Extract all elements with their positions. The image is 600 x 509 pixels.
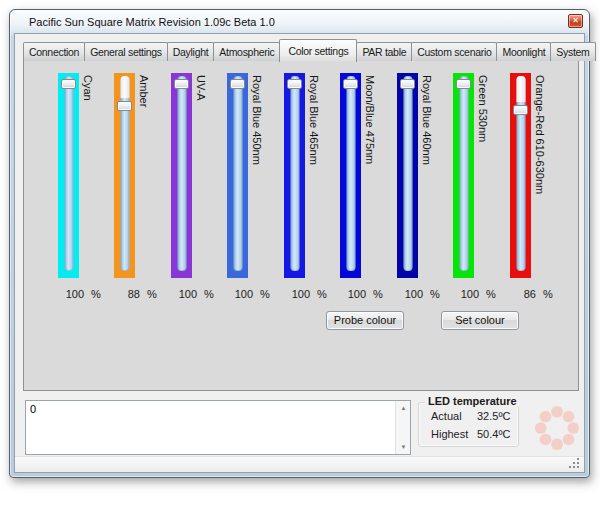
slider-value: 100 bbox=[457, 288, 479, 300]
slider-track[interactable] bbox=[120, 76, 129, 271]
tab-atmospheric[interactable]: Atmospheric bbox=[213, 42, 280, 61]
slider-percent: 88% bbox=[118, 288, 157, 300]
slider-bar bbox=[284, 73, 305, 278]
slider-empty bbox=[120, 76, 129, 98]
slider-label: Cyan bbox=[82, 75, 94, 101]
slider-label: Moon/Blue 475nm bbox=[364, 75, 376, 164]
actual-temperature-row: Actual 32.5ºC bbox=[431, 410, 462, 422]
slider-bar bbox=[510, 73, 531, 278]
slider-bar bbox=[171, 73, 192, 278]
slider-empty bbox=[516, 76, 525, 102]
led-temperature-title: LED temperature bbox=[425, 395, 520, 407]
probe-colour-button[interactable]: Probe colour bbox=[326, 311, 404, 330]
slider-unit: % bbox=[147, 288, 157, 300]
slider-label: Orange-Red 610-630nm bbox=[534, 75, 546, 194]
slider-percent: 100% bbox=[457, 288, 496, 300]
status-strip bbox=[15, 456, 584, 472]
tab-par-table[interactable]: PAR table bbox=[356, 42, 412, 61]
slider-unit: % bbox=[91, 288, 101, 300]
slider-thumb[interactable] bbox=[513, 105, 528, 115]
slider-track[interactable] bbox=[516, 76, 525, 271]
slider-thumb[interactable] bbox=[61, 79, 76, 89]
close-icon: ✕ bbox=[572, 16, 579, 25]
log-scrollbar[interactable]: ▲ ▼ bbox=[395, 401, 410, 454]
app-window: Pacific Sun Square Matrix Revision 1.09c… bbox=[9, 9, 590, 478]
tab-connection[interactable]: Connection bbox=[23, 42, 85, 61]
slider-value: 100 bbox=[288, 288, 310, 300]
actual-value: 32.5ºC bbox=[477, 410, 510, 422]
log-textbox[interactable]: 0 ▲ ▼ bbox=[25, 400, 411, 455]
slider-value: 100 bbox=[344, 288, 366, 300]
slider-label: Green 530nm bbox=[477, 75, 489, 142]
tab-daylight[interactable]: Daylight bbox=[167, 42, 215, 61]
tab-moonlight[interactable]: Moonlight bbox=[496, 42, 551, 61]
slider-track[interactable] bbox=[177, 76, 186, 271]
slider-track[interactable] bbox=[64, 76, 73, 271]
color-slider: Cyan 100% bbox=[58, 73, 79, 278]
slider-bar bbox=[397, 73, 418, 278]
slider-bar bbox=[227, 73, 248, 278]
slider-bar bbox=[340, 73, 361, 278]
resize-grip[interactable] bbox=[577, 466, 579, 468]
slider-value: 100 bbox=[231, 288, 253, 300]
color-slider: Amber 88% bbox=[114, 73, 135, 278]
highest-label: Highest bbox=[431, 428, 468, 440]
color-slider: Orange-Red 610-630nm 86% bbox=[510, 73, 531, 278]
slider-thumb[interactable] bbox=[456, 79, 471, 89]
color-slider: Royal Blue 460nm 100% bbox=[397, 73, 418, 278]
close-button[interactable]: ✕ bbox=[568, 14, 583, 28]
slider-unit: % bbox=[543, 288, 553, 300]
slider-unit: % bbox=[373, 288, 383, 300]
window-title: Pacific Sun Square Matrix Revision 1.09c… bbox=[29, 16, 275, 28]
slider-bar bbox=[114, 73, 135, 278]
title-bar[interactable]: Pacific Sun Square Matrix Revision 1.09c… bbox=[11, 11, 588, 33]
tab-system[interactable]: System bbox=[550, 42, 595, 61]
slider-track[interactable] bbox=[290, 76, 299, 271]
slider-thumb[interactable] bbox=[174, 79, 189, 89]
slider-thumb[interactable] bbox=[117, 101, 132, 111]
slider-value: 86 bbox=[514, 288, 536, 300]
slider-label: UV-A bbox=[195, 75, 207, 101]
slider-value: 100 bbox=[62, 288, 84, 300]
slider-thumb[interactable] bbox=[400, 79, 415, 89]
color-slider: Royal Blue 450nm 100% bbox=[227, 73, 248, 278]
slider-label: Royal Blue 460nm bbox=[421, 75, 433, 165]
color-slider: Green 530nm 100% bbox=[453, 73, 474, 278]
slider-value: 100 bbox=[401, 288, 423, 300]
slider-label: Amber bbox=[138, 75, 150, 107]
color-slider: UV-A 100% bbox=[171, 73, 192, 278]
scroll-down-icon[interactable]: ▼ bbox=[396, 441, 411, 453]
tab-strip: Connection General settings Daylight Atm… bbox=[23, 39, 595, 61]
tab-custom-scenario[interactable]: Custom scenario bbox=[411, 42, 497, 61]
log-text: 0 bbox=[30, 403, 36, 415]
slider-track[interactable] bbox=[346, 76, 355, 271]
slider-track[interactable] bbox=[459, 76, 468, 271]
slider-unit: % bbox=[260, 288, 270, 300]
color-slider: Royal Blue 465nm 100% bbox=[284, 73, 305, 278]
tab-general-settings[interactable]: General settings bbox=[84, 42, 168, 61]
scroll-up-icon[interactable]: ▲ bbox=[396, 402, 411, 414]
slider-value: 100 bbox=[175, 288, 197, 300]
slider-percent: 100% bbox=[175, 288, 214, 300]
slider-unit: % bbox=[317, 288, 327, 300]
slider-percent: 100% bbox=[401, 288, 440, 300]
spinner-logo-icon bbox=[531, 402, 583, 454]
slider-thumb[interactable] bbox=[343, 79, 358, 89]
actual-label: Actual bbox=[431, 410, 462, 422]
slider-percent: 100% bbox=[62, 288, 101, 300]
slider-percent: 100% bbox=[231, 288, 270, 300]
tab-color-settings[interactable]: Color settings bbox=[279, 39, 357, 62]
color-slider: Moon/Blue 475nm 100% bbox=[340, 73, 361, 278]
slider-thumb[interactable] bbox=[287, 79, 302, 89]
slider-value: 88 bbox=[118, 288, 140, 300]
set-colour-button[interactable]: Set colour bbox=[441, 311, 519, 330]
slider-percent: 100% bbox=[288, 288, 327, 300]
slider-unit: % bbox=[204, 288, 214, 300]
slider-track[interactable] bbox=[403, 76, 412, 271]
slider-thumb[interactable] bbox=[230, 79, 245, 89]
slider-label: Royal Blue 465nm bbox=[308, 75, 320, 165]
slider-unit: % bbox=[486, 288, 496, 300]
client-area: Connection General settings Daylight Atm… bbox=[14, 33, 585, 473]
slider-percent: 86% bbox=[514, 288, 553, 300]
slider-track[interactable] bbox=[233, 76, 242, 271]
